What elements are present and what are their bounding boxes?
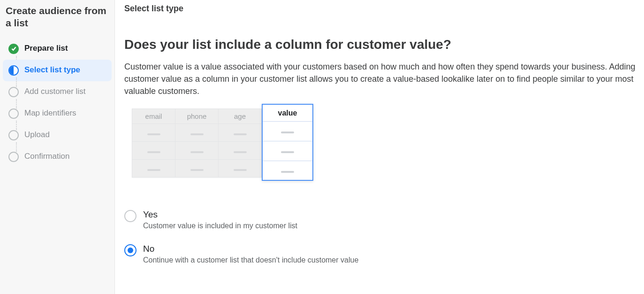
radio-option-yes[interactable]: YesCustomer value is included in my cust… xyxy=(124,204,636,239)
radio-option-sublabel: Continue with a customer list that doesn… xyxy=(143,256,358,264)
check-circle-icon xyxy=(8,44,19,54)
wizard-sidebar: Create audience from a list Prepare list… xyxy=(0,0,115,294)
radio-group-customer-value: YesCustomer value is included in my cust… xyxy=(124,204,636,272)
wizard-step-label: Confirmation xyxy=(24,152,69,161)
wizard-step-map-identifiers[interactable]: Map identifiers xyxy=(3,103,112,124)
radio-option-label: Yes xyxy=(143,209,297,221)
empty-circle-icon xyxy=(8,87,19,97)
main-panel: Select list type Does your list include … xyxy=(115,0,644,294)
question-description: Customer value is a value associated wit… xyxy=(124,61,636,97)
wizard-step-select-list-type[interactable]: Select list type xyxy=(3,60,112,81)
illustration-header-email: email xyxy=(132,109,175,124)
wizard-step-label: Prepare list xyxy=(24,44,68,53)
empty-circle-icon xyxy=(8,108,19,119)
step-heading: Select list type xyxy=(124,4,636,14)
wizard-step-confirmation[interactable]: Confirmation xyxy=(3,146,112,168)
half-circle-icon xyxy=(8,65,19,76)
wizard-steps: Prepare listSelect list typeAdd customer… xyxy=(0,36,114,170)
sidebar-title: Create audience from a list xyxy=(0,3,114,36)
value-column-illustration: email phone age value xyxy=(132,108,636,181)
illustration-base-table: email phone age xyxy=(132,108,262,178)
wizard-step-prepare-list[interactable]: Prepare list xyxy=(3,38,112,60)
empty-circle-icon xyxy=(8,152,19,162)
illustration-value-table: value xyxy=(262,104,313,181)
illustration-header-phone: phone xyxy=(175,109,219,124)
wizard-step-upload[interactable]: Upload xyxy=(3,124,112,146)
radio-option-no[interactable]: NoContinue with a customer list that doe… xyxy=(124,239,636,273)
wizard-step-label: Map identifiers xyxy=(24,108,76,118)
radio-button[interactable] xyxy=(124,210,136,222)
radio-option-label: No xyxy=(143,243,358,255)
illustration-header-age: age xyxy=(219,109,262,124)
radio-button[interactable] xyxy=(124,244,136,256)
wizard-step-label: Add customer list xyxy=(24,87,85,96)
empty-circle-icon xyxy=(8,130,19,140)
wizard-step-add-customer-list[interactable]: Add customer list xyxy=(3,81,112,103)
wizard-step-label: Upload xyxy=(24,130,50,139)
radio-option-sublabel: Customer value is included in my custome… xyxy=(143,222,297,230)
question-heading: Does your list include a column for cust… xyxy=(124,37,636,52)
illustration-header-value: value xyxy=(262,104,313,121)
wizard-step-label: Select list type xyxy=(24,65,80,75)
